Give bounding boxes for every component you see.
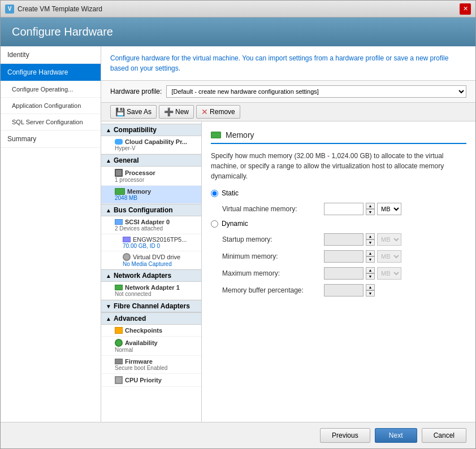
nav-tree: ▲ Compatibility Cloud Capability Pr... H… <box>101 121 202 422</box>
checkpoints-name: Checkpoints <box>125 327 162 334</box>
static-radio-row: Static <box>211 189 466 197</box>
nav-section-advanced[interactable]: ▲ Advanced <box>101 312 201 325</box>
advanced-label: Advanced <box>114 315 146 322</box>
vm-memory-input[interactable]: 2048 <box>324 203 364 215</box>
nav-section-general[interactable]: ▲ General <box>101 154 201 167</box>
vm-memory-up[interactable]: ▲ <box>366 203 375 209</box>
vm-memory-label: Virtual machine memory: <box>222 205 324 213</box>
firm-icon <box>115 359 123 364</box>
scsi-sub: 2 Devices attached <box>115 225 197 232</box>
processor-sub: 1 processor <box>115 177 197 183</box>
nav-section-bus[interactable]: ▲ Bus Configuration <box>101 204 201 216</box>
nav-item-cpu-priority[interactable]: CPU Priority <box>101 374 201 387</box>
close-button[interactable]: ✕ <box>460 3 471 15</box>
vm-memory-input-group: 2048 ▲ ▼ MB <box>324 203 401 215</box>
sidebar-item-application-configuration[interactable]: Application Configuration <box>1 98 101 114</box>
nav-item-scsi[interactable]: SCSI Adapter 0 2 Devices attached <box>101 216 201 234</box>
buffer-input-group: 20 ▲ ▼ <box>324 284 375 297</box>
minimum-unit: MB <box>377 250 401 263</box>
startup-spinners: ▲ ▼ <box>366 233 375 246</box>
vm-memory-unit[interactable]: MB <box>377 203 401 215</box>
memory-title: Memory <box>226 130 254 140</box>
window-title: Create VM Template Wizard <box>18 5 460 13</box>
processor-name: Processor <box>125 169 155 176</box>
nav-item-availability[interactable]: Availability Normal <box>101 337 201 356</box>
nav-item-dvd[interactable]: Virtual DVD drive No Media Captured <box>101 251 201 269</box>
hardware-profile-select[interactable]: [Default - create new hardware configura… <box>166 85 466 98</box>
sidebar-item-identity[interactable]: Identity <box>1 46 101 64</box>
nav-item-firmware[interactable]: Firmware Secure boot Enabled <box>101 356 201 374</box>
expand-icon-network: ▲ <box>106 273 111 279</box>
nav-item-checkpoints[interactable]: Checkpoints <box>101 325 201 337</box>
vm-memory-spinners: ▲ ▼ <box>366 203 375 215</box>
maximum-memory-row: Maximum memory: 1048576 ▲ ▼ MB <box>211 267 466 280</box>
memory-description: Specify how much memory (32.00 MB - 1,02… <box>211 151 466 181</box>
footer: Previous Next Cancel <box>1 422 475 448</box>
maximum-spinners: ▲ ▼ <box>366 267 375 280</box>
maximum-memory-group: 1048576 ▲ ▼ MB <box>324 267 401 280</box>
maximum-memory-input: 1048576 <box>324 267 364 280</box>
compatibility-label: Compatibility <box>114 126 157 134</box>
scsi-name: SCSI Adapter 0 <box>125 219 170 225</box>
firmware-name: Firmware <box>125 358 153 365</box>
dynamic-label: Dynamic <box>222 220 248 228</box>
dynamic-radio-group: Dynamic <box>211 220 466 228</box>
sidebar-item-summary[interactable]: Summary <box>1 130 101 148</box>
buffer-label: Memory buffer percentage: <box>222 286 324 294</box>
next-button[interactable]: Next <box>375 428 417 443</box>
titlebar: V Create VM Template Wizard ✕ <box>1 1 475 18</box>
buffer-row: Memory buffer percentage: 20 ▲ ▼ <box>211 284 466 297</box>
dvd-sub: No Media Captured <box>123 261 197 267</box>
bus-label: Bus Configuration <box>114 206 173 214</box>
maximum-down: ▼ <box>366 273 375 280</box>
nic1-sub: Not connected <box>115 291 197 297</box>
new-icon: ➕ <box>164 107 174 116</box>
cloud-capability-name: Cloud Capability Pr... <box>125 138 187 145</box>
nav-item-engws[interactable]: ENGWS2016TP5... 70.00 GB, ID 0 <box>101 234 201 251</box>
vm-memory-down[interactable]: ▼ <box>366 209 375 215</box>
nav-item-memory[interactable]: Memory 2048 MB <box>101 186 201 204</box>
remove-button[interactable]: ✕ Remove <box>196 105 240 119</box>
nav-item-cloud-capability[interactable]: Cloud Capability Pr... Hyper-V <box>101 136 201 154</box>
startup-memory-row: Startup memory: 1024 ▲ ▼ MB <box>211 233 466 246</box>
static-radio[interactable] <box>211 190 218 197</box>
app-icon: V <box>5 5 14 14</box>
engws-name: ENGWS2016TP5... <box>133 236 187 243</box>
content-area: Identity Configure Hardware Configure Op… <box>1 46 475 422</box>
network-label: Network Adapters <box>114 272 171 280</box>
cpu-priority-name: CPU Priority <box>125 377 162 383</box>
nav-item-nic1[interactable]: Network Adapter 1 Not connected <box>101 282 201 300</box>
engws-sub: 70.00 GB, ID 0 <box>123 243 197 249</box>
cancel-button[interactable]: Cancel <box>422 428 466 443</box>
new-button[interactable]: ➕ New <box>159 105 194 119</box>
dynamic-radio[interactable] <box>211 220 218 228</box>
expand-icon: ▲ <box>106 127 111 133</box>
nav-section-compatibility[interactable]: ▲ Compatibility <box>101 124 201 136</box>
expand-icon-advanced: ▲ <box>106 316 111 322</box>
dynamic-radio-row: Dynamic <box>211 220 466 228</box>
cpu2-icon <box>115 376 123 384</box>
sidebar-item-configure-operating[interactable]: Configure Operating... <box>1 81 101 98</box>
startup-memory-group: 1024 ▲ ▼ MB <box>324 233 401 246</box>
detail-panel: Memory Specify how much memory (32.00 MB… <box>202 121 475 422</box>
sidebar-item-sql-server-configuration[interactable]: SQL Server Configuration <box>1 114 101 130</box>
availability-name: Availability <box>125 339 158 346</box>
previous-button[interactable]: Previous <box>320 428 370 443</box>
save-as-button[interactable]: 💾 Save As <box>110 105 157 119</box>
sidebar-item-configure-hardware[interactable]: Configure Hardware <box>1 64 101 81</box>
minimum-memory-label: Minimum memory: <box>222 252 324 260</box>
page-header: Configure Hardware <box>1 18 475 46</box>
buffer-spinners: ▲ ▼ <box>366 284 375 297</box>
startup-down: ▼ <box>366 239 375 246</box>
nav-section-fibre[interactable]: ▼ Fibre Channel Adapters <box>101 300 201 312</box>
section-title: Memory <box>211 130 466 144</box>
nav-item-processor[interactable]: Processor 1 processor <box>101 167 201 186</box>
description-bar: Configure hardware for the virtual machi… <box>101 46 475 81</box>
hardware-profile-row: Hardware profile: [Default - create new … <box>101 81 475 103</box>
nav-section-network[interactable]: ▲ Network Adapters <box>101 269 201 282</box>
hardware-profile-label: Hardware profile: <box>110 88 162 95</box>
toolbar: 💾 Save As ➕ New ✕ Remove <box>101 103 475 121</box>
startup-up: ▲ <box>366 233 375 239</box>
minimum-memory-group: 32 ▲ ▼ MB <box>324 250 401 263</box>
startup-unit: MB <box>377 233 401 246</box>
